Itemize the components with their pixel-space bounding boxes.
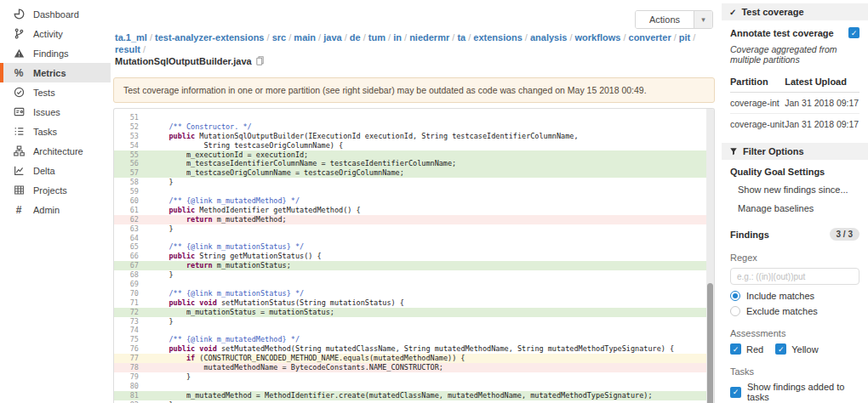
actions-caret[interactable]: ▾ xyxy=(694,11,712,28)
assessment-checkbox[interactable]: ✓ xyxy=(775,343,786,355)
line-number: 53 xyxy=(114,132,151,141)
manage-baselines-link[interactable]: Manage baselines xyxy=(730,199,859,218)
breadcrumb-segment[interactable]: src xyxy=(272,32,287,43)
line-number: 60 xyxy=(114,196,151,206)
sidebar-item-delta[interactable]: Delta xyxy=(0,161,111,180)
radio-option-include-matches: Include matches xyxy=(730,291,859,301)
show-new-findings-link[interactable]: Show new findings since... xyxy=(730,180,859,199)
sidebar-item-tasks[interactable]: Tasks xyxy=(0,122,111,141)
breadcrumb-segment[interactable]: tum xyxy=(368,32,385,43)
code-line: 79 } xyxy=(114,372,714,382)
line-number: 75 xyxy=(114,335,151,344)
breadcrumb-segment[interactable]: pit xyxy=(679,32,690,43)
code-scrollbar-track[interactable] xyxy=(706,109,714,403)
code-text: } xyxy=(151,224,714,234)
annotate-coverage-checkbox[interactable]: ✓ xyxy=(848,27,859,38)
code-text: m_testcaseIdentifierColumnName = testcas… xyxy=(151,159,714,168)
line-number: 66 xyxy=(114,252,151,261)
code-line: 51 xyxy=(114,113,714,122)
test-coverage-section-header[interactable]: ✓ Test coverage xyxy=(722,3,868,20)
code-line: 75 /** {@link m_mutatedMethod} */ xyxy=(114,335,714,344)
assessment-label: Red xyxy=(746,344,763,355)
dashboard-icon xyxy=(13,9,25,20)
code-text xyxy=(151,113,714,122)
code-line: 70 /** {@link m_mutationStatus} */ xyxy=(114,289,714,298)
breadcrumb-segment[interactable]: ta.1_ml xyxy=(115,32,147,43)
assessments-checkbox-group: ✓Red✓Yellow xyxy=(730,343,859,355)
assessment-checkbox[interactable]: ✓ xyxy=(730,343,741,355)
breadcrumb-segment[interactable]: ta xyxy=(457,32,465,43)
breadcrumb-segment[interactable]: niedermr xyxy=(409,32,449,43)
code-text: public MethodIdentifier getMutatedMethod… xyxy=(151,206,714,215)
breadcrumb-segment[interactable]: analysis xyxy=(530,32,567,43)
code-line: 81 m_mutatedMethod = MethodIdentifier.cr… xyxy=(114,391,714,400)
latest-upload-column-header: Latest Upload xyxy=(785,73,859,93)
code-scrollbar-thumb[interactable] xyxy=(707,283,713,403)
breadcrumb-segment[interactable]: converter xyxy=(629,32,671,43)
radio-button[interactable] xyxy=(730,291,740,301)
filter-options-section: Quality Goal Settings Show new findings … xyxy=(722,160,868,403)
sidebar-item-issues[interactable]: Issues xyxy=(0,102,111,122)
sidebar-item-tests[interactable]: Tests xyxy=(0,82,111,102)
activity-icon xyxy=(13,28,25,40)
line-number: 67 xyxy=(114,261,151,270)
breadcrumb-segment[interactable]: in xyxy=(393,32,402,43)
line-number: 74 xyxy=(114,326,151,335)
breadcrumb-segment[interactable]: workflows xyxy=(575,32,621,43)
sidebar-item-label: Issues xyxy=(33,107,60,117)
code-text: /** {@link m_mutationStatus} */ xyxy=(151,289,714,298)
line-number: 71 xyxy=(114,298,151,308)
sidebar-item-dashboard[interactable]: Dashboard xyxy=(0,4,111,24)
line-number: 72 xyxy=(114,308,151,317)
radio-button[interactable] xyxy=(730,306,740,316)
code-text: /** Constructor. */ xyxy=(151,122,714,132)
breadcrumb-segment[interactable]: test-analyzer-extensions xyxy=(155,32,264,43)
code-line: 71 public void setMutationStatus(String … xyxy=(114,298,714,308)
code-line: 59 xyxy=(114,187,714,196)
copy-icon[interactable] xyxy=(256,56,264,68)
findings-icon xyxy=(13,48,25,60)
admin-icon: # xyxy=(13,204,25,216)
code-viewer: 5152 /** Constructor. */53 public Mutati… xyxy=(113,108,715,403)
tasks-checkbox[interactable]: ✓ xyxy=(730,387,741,398)
main-content: Actions ▾ ta.1_ml / test-analyzer-extens… xyxy=(111,0,722,403)
tasks-icon xyxy=(13,126,25,138)
sidebar-item-label: Admin xyxy=(33,205,60,215)
actions-button[interactable]: Actions ▾ xyxy=(635,10,713,29)
breadcrumb-segment[interactable]: extensions xyxy=(473,32,522,43)
line-number: 54 xyxy=(114,141,151,150)
breadcrumb-segment[interactable]: main xyxy=(294,32,316,43)
sidebar-item-architecture[interactable]: Architecture xyxy=(0,141,111,161)
actions-button-label[interactable]: Actions xyxy=(636,11,694,28)
sidebar-item-findings[interactable]: Findings xyxy=(0,43,111,63)
line-number: 58 xyxy=(114,178,151,187)
test-coverage-title: Test coverage xyxy=(741,7,803,17)
line-number: 52 xyxy=(114,122,151,132)
code-text xyxy=(151,326,714,335)
code-text: } xyxy=(151,400,714,403)
code-text: /** {@link m_mutatedMethod} */ xyxy=(151,196,714,206)
left-sidebar: DashboardActivityFindings%MetricsTestsIs… xyxy=(0,0,111,403)
findings-heading: Findings xyxy=(730,230,769,240)
delta-icon xyxy=(13,165,25,177)
line-number: 64 xyxy=(114,234,151,243)
sidebar-item-activity[interactable]: Activity xyxy=(0,24,111,43)
tasks-checkbox-label: Show findings added to tasks xyxy=(747,382,859,402)
sidebar-item-projects[interactable]: Projects xyxy=(0,180,111,200)
breadcrumb-segment[interactable]: java xyxy=(323,32,341,43)
sidebar-item-metrics[interactable]: %Metrics xyxy=(0,63,111,82)
tasks-label: Tasks xyxy=(730,366,859,377)
quality-goal-heading: Quality Goal Settings xyxy=(730,167,859,177)
code-line: 61 public MethodIdentifier getMutatedMet… xyxy=(114,206,714,215)
annotate-coverage-label: Annotate test coverage xyxy=(730,28,834,38)
filter-options-section-header[interactable]: Filter Options xyxy=(722,143,868,160)
code-line: 54 String testcaseOrigColumnName) { xyxy=(114,141,714,150)
breadcrumb-segment[interactable]: result xyxy=(115,44,140,54)
partition-name: coverage-int xyxy=(730,93,785,114)
code-text xyxy=(151,280,714,289)
sidebar-item-admin[interactable]: #Admin xyxy=(0,200,111,219)
line-number: 57 xyxy=(114,168,151,178)
line-number: 59 xyxy=(114,187,151,196)
regex-input[interactable] xyxy=(730,268,859,285)
breadcrumb-segment[interactable]: de xyxy=(350,32,361,43)
